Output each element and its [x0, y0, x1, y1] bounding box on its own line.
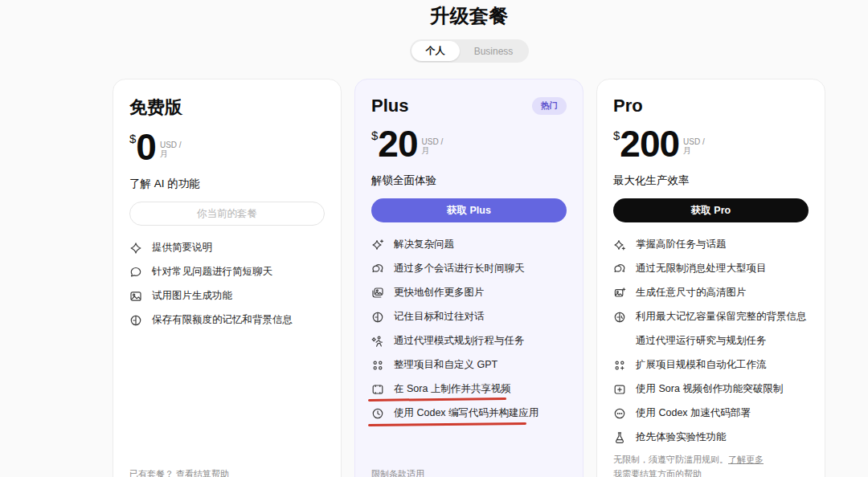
price-amount: 200	[620, 126, 679, 161]
billing-help-link[interactable]: 查看结算帮助	[176, 469, 229, 477]
currency-symbol: $	[613, 128, 620, 142]
plan-card-plus: Plus 热门 $ 20 USD / 月 解锁全面体验 获取 Plus 解决复杂…	[354, 79, 583, 477]
video-plus-icon	[613, 383, 626, 396]
feature-item: 记住目标和过往对话	[371, 310, 567, 324]
card-footer: 已有套餐？ 查看结算帮助	[129, 467, 325, 477]
feature-item: 试用图片生成功能	[129, 289, 325, 303]
agent-icon	[613, 335, 626, 348]
feature-item: 掌握高阶任务与话题	[613, 238, 809, 251]
feature-item: 提供简要说明	[129, 241, 325, 255]
plan-cards: 免费版 $ 0 USD / 月 了解 AI 的功能 你当前的套餐 提供简要说明 …	[113, 79, 826, 477]
plan-name-plus: Plus	[371, 96, 408, 116]
images-icon	[371, 287, 384, 300]
plan-description: 解锁全面体验	[371, 173, 567, 188]
feature-item: 在 Sora 上制作并共享视频	[371, 382, 567, 396]
plan-price-pro: $ 200 USD / 月	[613, 126, 809, 165]
card-footer: 限制条款适用	[371, 467, 567, 477]
video-icon	[371, 383, 384, 396]
price-unit: USD / 月	[160, 141, 182, 158]
feature-item: 保存有限额度的记忆和背景信息	[129, 313, 325, 327]
currency-symbol: $	[371, 128, 378, 142]
red-underline-annotation	[368, 398, 506, 402]
toggle-business[interactable]: Business	[460, 41, 528, 61]
toggle-personal[interactable]: 个人	[411, 41, 460, 61]
chat-bubbles-icon	[371, 263, 384, 275]
feature-item: 整理项目和自定义 GPT	[371, 358, 567, 372]
plan-price-free: $ 0 USD / 月	[129, 129, 325, 168]
image-icon	[129, 290, 142, 303]
plan-name-free: 免费版	[129, 96, 182, 120]
images-plus-icon	[613, 287, 626, 300]
feature-item: 通过无限制消息处理大型项目	[613, 262, 809, 275]
plan-card-free: 免费版 $ 0 USD / 月 了解 AI 的功能 你当前的套餐 提供简要说明 …	[113, 79, 342, 477]
plan-type-toggle: 个人 Business	[410, 39, 530, 63]
feature-list: 掌握高阶任务与话题 通过无限制消息处理大型项目 生成任意尺寸的高清图片 利用最大…	[613, 238, 809, 444]
memory-clock-icon	[613, 311, 626, 324]
feature-item: 利用最大记忆容量保留完整的背景信息	[613, 310, 809, 324]
flask-icon	[613, 431, 626, 444]
plan-description: 了解 AI 的功能	[129, 177, 325, 191]
currency-symbol: $	[129, 132, 136, 145]
feature-item: 使用 Codex 加速代码部署	[613, 406, 809, 420]
feature-item: 通过代理模式规划行程与任务	[371, 334, 567, 348]
learn-more-link[interactable]: 了解更多	[728, 455, 764, 464]
plan-description: 最大化生产效率	[613, 173, 809, 188]
feature-list: 提供简要说明 针对常见问题进行简短聊天 试用图片生成功能 保存有限额度的记忆和背…	[129, 241, 325, 327]
plan-name-pro: Pro	[613, 96, 643, 116]
feature-item: 使用 Codex 编写代码并构建应用	[371, 406, 567, 420]
chat-bubbles-icon	[613, 263, 626, 275]
feature-list: 解决复杂问题 通过多个会话进行长时间聊天 更快地创作更多图片 记住目标和过往对话…	[371, 238, 567, 420]
price-unit: USD / 月	[683, 137, 705, 155]
feature-item: 针对常见问题进行简短聊天	[129, 265, 325, 279]
feature-item: 使用 Sora 视频创作功能突破限制	[613, 382, 809, 396]
popular-badge: 热门	[532, 97, 567, 115]
feature-item: 抢先体验实验性功能	[613, 430, 809, 444]
feature-item: 更快地创作更多图片	[371, 286, 567, 300]
clock-icon	[371, 407, 384, 420]
agent-icon	[371, 335, 384, 348]
billing-help-link[interactable]: 我需要结算方面的帮助	[613, 469, 702, 477]
current-plan-button[interactable]: 你当前的套餐	[129, 202, 325, 226]
chat-icon	[129, 266, 142, 279]
codex-icon	[613, 407, 626, 420]
feature-item: 扩展项目规模和自动化工作流	[613, 358, 809, 372]
plan-price-plus: $ 20 USD / 月	[371, 126, 567, 165]
memory-icon	[371, 311, 384, 324]
red-underline-annotation	[368, 422, 526, 426]
feature-item: 生成任意尺寸的高清图片	[613, 286, 809, 300]
price-amount: 0	[136, 129, 156, 165]
get-pro-button[interactable]: 获取 Pro	[613, 198, 809, 222]
page-title: 升级套餐	[113, 3, 826, 29]
grid-icon	[371, 359, 384, 372]
feature-item: 通过代理运行研究与规划任务	[613, 334, 809, 348]
price-amount: 20	[378, 126, 417, 161]
grid-plus-icon	[613, 359, 626, 372]
limits-apply-link[interactable]: 限制条款适用	[371, 469, 424, 477]
get-plus-button[interactable]: 获取 Plus	[371, 198, 567, 222]
price-unit: USD / 月	[422, 137, 444, 155]
memory-icon	[129, 314, 142, 327]
sparkles-icon	[613, 238, 626, 251]
card-footer: 无限制，须遵守防滥用规则。了解更多 我需要结算方面的帮助	[613, 452, 809, 477]
plan-card-pro: Pro $ 200 USD / 月 最大化生产效率 获取 Pro 掌握高阶任务与…	[596, 79, 825, 477]
feature-item: 通过多个会话进行长时间聊天	[371, 262, 567, 275]
sparkle-plus-icon	[371, 238, 384, 251]
feature-item: 解决复杂问题	[371, 238, 567, 251]
sparkle-icon	[129, 242, 142, 255]
